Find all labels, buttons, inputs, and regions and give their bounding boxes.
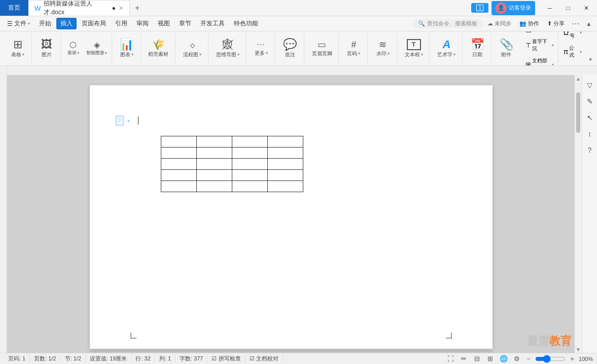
tool-arttext-btn[interactable]: A 艺术字 ▾ bbox=[433, 37, 460, 60]
tool-textbox-btn[interactable]: T 文本框 ▾ bbox=[401, 37, 427, 60]
doc-icon-arrow[interactable]: ▾ bbox=[127, 118, 130, 124]
text-cursor-area[interactable] bbox=[138, 117, 138, 125]
menu-special[interactable]: 特色功能 bbox=[230, 18, 262, 29]
doc-area: ▾ bbox=[7, 75, 575, 353]
tool-headerfoot-btn[interactable]: ▭ 页眉页脚 bbox=[308, 38, 336, 59]
table-cell[interactable] bbox=[161, 159, 196, 170]
status-layout-btn[interactable]: ⊟ bbox=[472, 354, 482, 364]
table-cell[interactable] bbox=[232, 181, 267, 192]
minimize-btn[interactable]: ─ bbox=[542, 2, 557, 14]
status-settings-btn[interactable]: ⚙ bbox=[512, 354, 522, 364]
status-settings: 设置值: 19厘米 bbox=[86, 355, 131, 362]
restore-btn[interactable]: □ bbox=[560, 2, 576, 14]
menu-ref[interactable]: 引用 bbox=[111, 18, 131, 29]
table-cell[interactable] bbox=[267, 181, 303, 192]
page-number-btn[interactable]: 1 bbox=[471, 3, 488, 13]
table-cell[interactable] bbox=[196, 148, 232, 159]
table-arrow: ▾ bbox=[22, 52, 24, 57]
menu-file[interactable]: ☰ 文件 ▾ bbox=[3, 18, 34, 29]
more-menu-btn[interactable]: ⋯ bbox=[570, 19, 582, 28]
right-edit-btn[interactable]: ✎ bbox=[584, 95, 596, 107]
tab-doc[interactable]: W 招聘新媒体运营人才.docx ● ✕ bbox=[28, 0, 130, 16]
table-cell[interactable] bbox=[196, 136, 232, 148]
vscrollbar[interactable]: ▲ ▼ bbox=[575, 75, 582, 353]
tool-material-btn[interactable]: 🌾 稻壳素材 bbox=[144, 38, 172, 60]
table-cell[interactable] bbox=[196, 159, 232, 170]
table-cell[interactable] bbox=[232, 170, 267, 181]
status-grid-btn[interactable]: ⊞ bbox=[485, 354, 496, 364]
tool-formula-btn[interactable]: π 公式 ▾ bbox=[561, 44, 584, 60]
table-cell[interactable] bbox=[232, 159, 267, 170]
status-globe-btn[interactable]: 🌐 bbox=[499, 354, 509, 364]
table-cell[interactable] bbox=[196, 170, 232, 181]
table-cell[interactable] bbox=[232, 136, 267, 148]
menu-view[interactable]: 视图 bbox=[154, 18, 174, 29]
collapse-ribbon-btn[interactable]: ▲ bbox=[584, 20, 594, 27]
table-cell[interactable] bbox=[161, 136, 196, 148]
table-cell[interactable] bbox=[267, 148, 303, 159]
tool-pagenumber-btn[interactable]: # 页码 ▾ bbox=[342, 38, 365, 59]
scroll-thumb[interactable] bbox=[576, 92, 580, 133]
table-cell[interactable] bbox=[161, 148, 196, 159]
menu-insert[interactable]: 插入 bbox=[56, 18, 77, 29]
doc-tab-close[interactable]: ✕ bbox=[119, 5, 123, 12]
doc-table-container[interactable] bbox=[161, 126, 303, 192]
menu-devtools[interactable]: 开发工具 bbox=[196, 18, 229, 29]
table-cell[interactable] bbox=[161, 170, 196, 181]
tool-group-more: ··· 更多 ▾ bbox=[247, 33, 275, 63]
tool-watermark-btn[interactable]: ≋ 水印 ▾ bbox=[372, 38, 394, 59]
tool-date-btn[interactable]: 📅 日期 bbox=[466, 37, 488, 60]
table-cell[interactable] bbox=[267, 170, 303, 181]
statusbar: 页码: 1 页数: 1/2 节: 1/2 设置值: 19厘米 行: 32 列: … bbox=[0, 353, 597, 364]
tool-attach-btn[interactable]: 📎 附件 bbox=[495, 37, 517, 60]
table-cell[interactable] bbox=[232, 148, 267, 159]
login-btn[interactable]: 👤 访客登录 bbox=[491, 1, 535, 15]
tab-home[interactable]: 首页 bbox=[0, 0, 28, 16]
table-cell[interactable] bbox=[196, 181, 232, 192]
tool-chart-btn[interactable]: 📊 图表 ▾ bbox=[116, 37, 138, 60]
zoom-slider[interactable] bbox=[535, 355, 566, 363]
tool-smartart-btn[interactable]: ◈ 智能图形 ▾ bbox=[84, 40, 109, 57]
zoom-minus-btn[interactable]: － bbox=[525, 354, 532, 363]
scroll-up-btn[interactable]: ▲ bbox=[575, 75, 582, 82]
menu-chapter[interactable]: 章节 bbox=[175, 18, 195, 29]
new-tab-btn[interactable]: + bbox=[130, 0, 145, 16]
table-cell[interactable] bbox=[267, 136, 303, 148]
scroll-down-btn[interactable]: ▼ bbox=[575, 346, 582, 353]
right-filter-btn[interactable]: ▽ bbox=[584, 79, 596, 91]
toolbar-expand-btn[interactable]: ▲ bbox=[588, 56, 593, 61]
menu-review[interactable]: 审阅 bbox=[132, 18, 153, 29]
chart-arrow: ▾ bbox=[131, 52, 133, 57]
image-label: 图片 bbox=[42, 51, 52, 58]
tool-object-btn[interactable]: ▣ 对象 ▾ bbox=[523, 31, 556, 34]
table-cell[interactable] bbox=[161, 181, 196, 192]
status-pen-btn[interactable]: ✏ bbox=[459, 354, 469, 364]
tool-firstchar-btn[interactable]: ⊤ 首字下沉 ▾ bbox=[523, 37, 556, 53]
sync-btn[interactable]: ☁ 未同步 bbox=[484, 19, 514, 28]
right-cursor-btn[interactable]: ↖ bbox=[584, 112, 596, 124]
tool-image-btn[interactable]: 🖼 图片 bbox=[36, 37, 58, 60]
tool-flow-btn[interactable]: ⬦ 流程图 ▾ bbox=[179, 37, 205, 60]
close-btn[interactable]: ✕ bbox=[579, 2, 594, 14]
status-docalign[interactable]: ☑ 文档校对 bbox=[245, 355, 283, 362]
right-help-btn[interactable]: ? bbox=[584, 144, 596, 156]
menu-pagelayout[interactable]: 页面布局 bbox=[78, 18, 110, 29]
zoom-plus-btn[interactable]: ＋ bbox=[569, 354, 576, 363]
search-box[interactable]: 🔍 查找命令、搜索模板 bbox=[413, 19, 482, 28]
tool-mind-btn[interactable]: 🕸 思维导图 ▾ bbox=[212, 37, 243, 60]
toolbar: ⊞ 表格 ▾ 🖼 图片 ⬡ 形状 ▾ ◈ 智能 bbox=[0, 31, 597, 66]
status-spell[interactable]: ☑ 拼写检查 bbox=[207, 355, 245, 362]
menu-start[interactable]: 开始 bbox=[35, 18, 55, 29]
tool-more-btn[interactable]: ··· 更多 ▾ bbox=[250, 39, 272, 59]
status-fullscreen-btn[interactable]: ⛶ bbox=[446, 354, 456, 364]
tool-comment-btn[interactable]: 💬 批注 bbox=[279, 37, 301, 60]
collab-btn[interactable]: 👥 协作 bbox=[516, 19, 542, 28]
tool-docpart-btn[interactable]: ⊞ 文档部件 ▾ bbox=[523, 56, 556, 66]
tool-edit-btn[interactable]: ✎ 编辑 bbox=[561, 63, 584, 66]
tool-shape-btn[interactable]: ⬡ 形状 ▾ bbox=[64, 40, 82, 57]
share-btn[interactable]: ⬆ 分享 bbox=[544, 19, 568, 28]
tool-symbol-btn[interactable]: Ω 符号 ▾ bbox=[561, 31, 584, 41]
right-resize-btn[interactable]: ↕ bbox=[584, 128, 596, 140]
tool-table-btn[interactable]: ⊞ 表格 ▾ bbox=[7, 37, 29, 60]
table-cell[interactable] bbox=[267, 159, 303, 170]
